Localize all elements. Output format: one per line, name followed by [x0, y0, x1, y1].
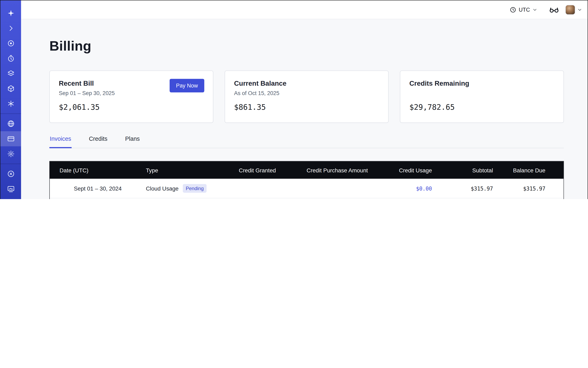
timezone-selector[interactable]: UTC	[510, 6, 537, 13]
column-header: Credit Purchase Amount	[276, 167, 368, 173]
invoice-date: Sept 01 – 30, 2024	[74, 185, 121, 192]
sidebar-item-timer[interactable]	[0, 51, 21, 66]
column-header: Subtotal	[432, 167, 493, 173]
glasses-icon[interactable]	[549, 4, 560, 15]
gear-icon	[7, 150, 15, 158]
table-body: Sept 01 – 30, 2024Cloud UsagePending$0.0…	[50, 179, 563, 199]
card-subtitle	[409, 90, 555, 96]
card-amount: $2,061.35	[59, 103, 204, 111]
invoice-type: Cloud Usage	[146, 185, 178, 192]
page-title: Billing	[49, 38, 564, 54]
summary-cards: Recent Bill Sep 01 – Sep 30, 2025 $2,061…	[49, 71, 564, 123]
card-amount: $861.35	[234, 103, 379, 111]
card-icon	[7, 135, 15, 143]
topbar: UTC	[21, 0, 588, 19]
invoices-table: Date (UTC)TypeCredit GrantedCredit Purch…	[49, 161, 564, 199]
target-icon	[7, 40, 15, 47]
current-balance-card: Current Balance As of Oct 15, 2025 $861.…	[225, 71, 389, 123]
chevron-down-icon[interactable]	[577, 7, 582, 12]
sidebar-item-card[interactable]	[0, 131, 21, 146]
table-row: Sept 01 – 30, 2024Cloud UsagePending$0.0…	[50, 179, 563, 198]
sidebar-item-rocket[interactable]	[0, 196, 21, 199]
cube-icon	[7, 85, 15, 92]
sidebar-divider	[0, 164, 21, 164]
column-header: Credit Usage	[368, 167, 432, 173]
column-header: Credit Granted	[231, 167, 276, 173]
sidebar-item-cube[interactable]	[0, 81, 21, 96]
app-window: UTC Billing Recent Bill Sep 01 – Sep 30,…	[0, 0, 588, 199]
timezone-label: UTC	[519, 7, 530, 13]
circle-x-icon	[7, 170, 15, 178]
billing-tabs: InvoicesCreditsPlans	[49, 136, 564, 148]
chevron-right-icon	[7, 25, 15, 32]
avatar[interactable]	[565, 5, 575, 15]
sidebar-item-layers[interactable]	[0, 66, 21, 81]
clock-icon	[510, 6, 516, 13]
sidebar-divider	[0, 113, 21, 114]
monitor-icon	[7, 185, 15, 193]
sidebar-item-chevron-right[interactable]	[0, 21, 21, 36]
card-title: Credits Remaining	[409, 80, 555, 88]
invoice-date-cell: Sept 01 – 30, 2024	[50, 185, 146, 192]
subtotal-cell: $315.97	[432, 185, 493, 192]
tab-credits[interactable]: Credits	[89, 136, 108, 148]
chevron-down-icon	[532, 7, 537, 12]
tab-plans[interactable]: Plans	[125, 136, 140, 148]
sidebar-group-top	[0, 6, 21, 111]
sidebar-item-monitor[interactable]	[0, 181, 21, 196]
sidebar-item-circle-x[interactable]	[0, 166, 21, 181]
balance-due-cell: $315.97	[493, 185, 545, 192]
main-content: Billing Recent Bill Sep 01 – Sep 30, 202…	[21, 19, 588, 199]
layers-icon	[7, 70, 15, 77]
sidebar-item-globe[interactable]	[0, 116, 21, 131]
status-badge: Pending	[183, 184, 207, 193]
logo-icon	[7, 9, 15, 17]
asterisk-icon	[7, 100, 15, 108]
timer-icon	[7, 55, 15, 62]
column-header: Balance Due	[493, 167, 545, 173]
sidebar-group-lower	[0, 166, 21, 199]
invoice-type-cell: Cloud UsagePending	[146, 184, 231, 193]
credits-remaining-card: Credits Remaining $29,782.65	[400, 71, 564, 123]
card-subtitle: As of Oct 15, 2025	[234, 90, 379, 96]
sidebar-item-target[interactable]	[0, 36, 21, 51]
pay-now-button[interactable]: Pay Now	[170, 79, 204, 92]
globe-icon	[7, 120, 15, 128]
column-header: Type	[146, 167, 231, 173]
sidebar-group-mid	[0, 116, 21, 161]
table-row: Aug 01 – 31, 2024Cloud Usage-$282.22$325…	[50, 198, 563, 199]
tab-invoices[interactable]: Invoices	[49, 136, 72, 148]
credit-usage-cell: $0.00	[368, 185, 432, 192]
table-header: Date (UTC)TypeCredit GrantedCredit Purch…	[50, 161, 563, 179]
sidebar-item-logo[interactable]	[0, 6, 21, 21]
sidebar	[0, 0, 21, 199]
sidebar-item-gear[interactable]	[0, 146, 21, 161]
sidebar-item-asterisk[interactable]	[0, 96, 21, 111]
card-title: Current Balance	[234, 80, 379, 88]
recent-bill-card: Recent Bill Sep 01 – Sep 30, 2025 $2,061…	[49, 71, 213, 123]
card-amount: $29,782.65	[409, 103, 555, 111]
column-header: Date (UTC)	[50, 167, 146, 173]
